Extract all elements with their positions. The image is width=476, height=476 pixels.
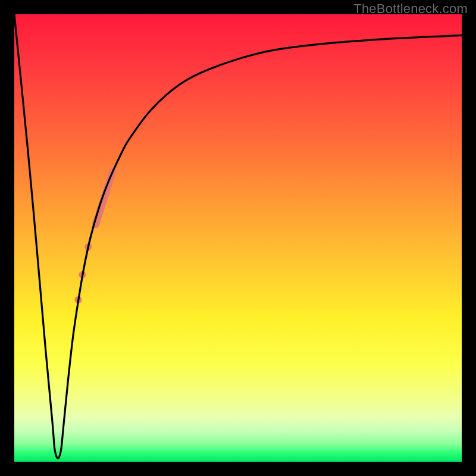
- outer-frame: TheBottleneck.com: [0, 0, 476, 476]
- bottleneck-curve: [14, 14, 462, 458]
- chart-svg: [14, 14, 462, 462]
- plot-area: [14, 14, 462, 462]
- watermark-text: TheBottleneck.com: [353, 1, 468, 17]
